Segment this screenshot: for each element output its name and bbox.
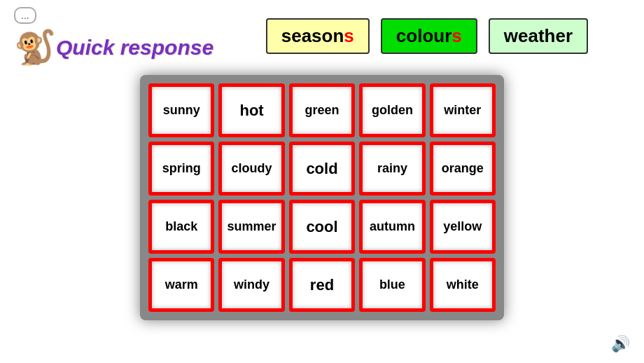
- word-card[interactable]: white: [430, 258, 496, 312]
- word-card[interactable]: warm: [148, 258, 214, 312]
- word-card[interactable]: blue: [359, 258, 425, 312]
- word-card[interactable]: spring: [148, 142, 214, 196]
- tab-weather[interactable]: weather: [489, 18, 588, 54]
- word-card[interactable]: hot: [218, 83, 284, 137]
- tabs-area: seasons colours weather: [266, 18, 588, 54]
- monkey-icon: 🐒: [14, 31, 56, 64]
- word-card[interactable]: windy: [218, 258, 284, 312]
- word-grid: sunnyhotgreengoldenwinterspringcloudycol…: [140, 75, 504, 320]
- word-card[interactable]: black: [148, 200, 214, 254]
- word-card[interactable]: winter: [430, 83, 496, 137]
- speech-bubble: ...: [14, 7, 36, 24]
- word-card[interactable]: red: [289, 258, 355, 312]
- word-card[interactable]: rainy: [359, 142, 425, 196]
- logo-area: ... 🐒 Quick response: [14, 7, 214, 64]
- word-card[interactable]: sunny: [148, 83, 214, 137]
- sound-icon[interactable]: 🔊: [611, 335, 630, 353]
- header: ... 🐒 Quick response seasons colours wea…: [0, 0, 644, 71]
- word-card[interactable]: yellow: [430, 200, 496, 254]
- word-card[interactable]: cold: [289, 142, 355, 196]
- tab-colours[interactable]: colours: [381, 18, 477, 54]
- tab-seasons[interactable]: seasons: [266, 18, 370, 54]
- word-card[interactable]: summer: [218, 200, 284, 254]
- word-card[interactable]: golden: [359, 83, 425, 137]
- word-card[interactable]: green: [289, 83, 355, 137]
- word-card[interactable]: autumn: [359, 200, 425, 254]
- word-card[interactable]: orange: [430, 142, 496, 196]
- grid-container: sunnyhotgreengoldenwinterspringcloudycol…: [0, 75, 644, 320]
- app-title: Quick response: [56, 36, 214, 60]
- word-card[interactable]: cool: [289, 200, 355, 254]
- word-card[interactable]: cloudy: [218, 142, 284, 196]
